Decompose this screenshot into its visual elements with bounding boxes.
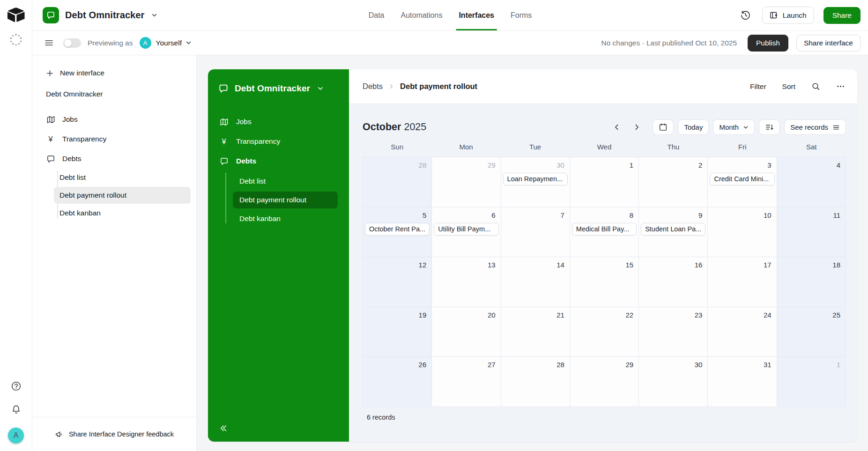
calendar-grid: 282930Loan Repaymen...123Credit Card Min…: [363, 157, 846, 407]
app-title[interactable]: Debt Omnitracker: [65, 10, 144, 21]
today-button[interactable]: Today: [678, 119, 709, 135]
sidebar-item-jobs[interactable]: Jobs: [32, 110, 196, 129]
tab-data[interactable]: Data: [369, 0, 385, 30]
calendar-cell[interactable]: 29: [570, 357, 639, 407]
calendar-cell[interactable]: 19: [363, 307, 432, 357]
user-avatar[interactable]: A: [8, 428, 24, 444]
calendar-cell[interactable]: 21: [501, 307, 570, 357]
panel-item-transparency[interactable]: ¥Transparency: [208, 132, 349, 151]
event-record-chip[interactable]: Medical Bill Pay...: [572, 223, 637, 236]
share-button[interactable]: Share: [823, 7, 861, 24]
calendar-cell[interactable]: 27: [432, 357, 501, 407]
calendar-cell[interactable]: 29: [432, 157, 501, 207]
sort-button[interactable]: Sort: [782, 82, 795, 91]
records-count: 6 records: [363, 407, 846, 421]
event-record-chip[interactable]: Utility Bill Paym...: [434, 223, 498, 236]
calendar-cell[interactable]: 31: [708, 357, 777, 407]
calendar-cell[interactable]: 5October Rent Pa...: [363, 207, 432, 258]
calendar-cell[interactable]: 10: [708, 207, 777, 258]
share-interface-button[interactable]: Share interface: [796, 35, 861, 52]
calendar-cell[interactable]: 7: [501, 207, 570, 258]
calendar-cell[interactable]: 26: [363, 357, 432, 407]
calendar-cell[interactable]: 12: [363, 257, 432, 307]
date-number: 21: [501, 310, 570, 319]
calendar-cell[interactable]: 18: [777, 257, 846, 307]
calendar-cell[interactable]: 11: [777, 207, 846, 258]
calendar-cell[interactable]: 28: [501, 357, 570, 407]
more-options-icon[interactable]: [836, 82, 845, 91]
panel-item-debts[interactable]: Debts: [208, 151, 349, 171]
panel-item-jobs[interactable]: Jobs: [208, 112, 349, 132]
panel-subitem-debt-payment-rollout[interactable]: Debt payment rollout: [233, 192, 338, 208]
search-icon[interactable]: [811, 82, 820, 91]
calendar-cell[interactable]: 17: [708, 257, 777, 307]
sidebar-subitem-debt-payment-rollout[interactable]: Debt payment rollout: [54, 187, 191, 204]
sidebar-item-label: Debts: [62, 155, 82, 163]
publish-status-text: No changes · Last published Oct 10, 2025: [601, 39, 737, 47]
sidebar-item-transparency[interactable]: ¥Transparency: [32, 129, 196, 149]
panel-header[interactable]: Debt Omnitracker: [208, 83, 349, 94]
event-record-chip[interactable]: Credit Card Mini...: [710, 173, 774, 185]
publish-button[interactable]: Publish: [748, 35, 788, 52]
next-month-icon[interactable]: [633, 123, 641, 131]
event-record-chip[interactable]: October Rent Pa...: [365, 223, 430, 236]
list-icon: [832, 124, 840, 131]
event-record-chip[interactable]: Student Loan Pa...: [641, 223, 705, 236]
history-icon[interactable]: [738, 8, 753, 22]
sidebar-subitem-debt-kanban[interactable]: Debt kanban: [54, 205, 191, 222]
calendar-cell[interactable]: 28: [363, 157, 432, 207]
preview-avatar[interactable]: A: [140, 37, 151, 49]
calendar-cell[interactable]: 25: [777, 307, 846, 357]
calendar-cell[interactable]: 30: [639, 357, 708, 407]
view-scale-dropdown[interactable]: Month: [713, 119, 755, 135]
calendar-cell[interactable]: 30Loan Repaymen...: [501, 157, 570, 207]
see-records-button[interactable]: See records: [784, 119, 846, 135]
notifications-bell-icon[interactable]: [11, 404, 22, 415]
sidebar-subitem-debt-list[interactable]: Debt list: [54, 169, 191, 186]
calendar-settings-button[interactable]: [653, 119, 674, 135]
collapse-panel-icon[interactable]: [218, 423, 228, 433]
launch-icon: [770, 11, 779, 20]
date-number: 3: [708, 160, 776, 169]
preview-toggle[interactable]: [63, 38, 81, 48]
calendar-cell[interactable]: 22: [570, 307, 639, 357]
calendar-cell[interactable]: 23: [639, 307, 708, 357]
calendar-cell[interactable]: 8Medical Bill Pay...: [570, 207, 639, 258]
panel-subitem-debt-kanban[interactable]: Debt kanban: [233, 210, 338, 227]
calendar-cell[interactable]: 1: [570, 157, 639, 207]
new-interface-button[interactable]: New interface: [32, 69, 196, 77]
calendar-cell[interactable]: 13: [432, 257, 501, 307]
menu-icon[interactable]: [44, 38, 54, 48]
help-icon[interactable]: [11, 381, 22, 392]
calendar-cell[interactable]: 2: [639, 157, 708, 207]
calendar-cell[interactable]: 14: [501, 257, 570, 307]
tab-forms[interactable]: Forms: [511, 0, 532, 30]
launch-button[interactable]: Launch: [762, 7, 814, 24]
interface-group-title[interactable]: Debt Omnitracker: [32, 90, 196, 98]
row-order-button[interactable]: [759, 119, 780, 135]
calendar-cell[interactable]: 6Utility Bill Paym...: [432, 207, 501, 258]
calendar-cell[interactable]: 4: [777, 157, 846, 207]
tab-automations[interactable]: Automations: [401, 0, 442, 30]
chevron-down-icon[interactable]: [185, 40, 192, 46]
calendar-cell[interactable]: 24: [708, 307, 777, 357]
calendar-cell[interactable]: 1: [777, 357, 846, 407]
calendar-cell[interactable]: 20: [432, 307, 501, 357]
sidebar-item-debts[interactable]: Debts: [32, 149, 196, 169]
calendar-cell[interactable]: 9Student Loan Pa...: [639, 207, 708, 258]
feedback-link[interactable]: Share Interface Designer feedback: [32, 417, 196, 451]
airtable-logo-icon[interactable]: [7, 7, 25, 22]
calendar-cell[interactable]: 15: [570, 257, 639, 307]
preview-user-label[interactable]: Yourself: [156, 39, 182, 47]
filter-button[interactable]: Filter: [750, 82, 766, 91]
chevron-down-icon[interactable]: [151, 12, 157, 18]
tab-interfaces[interactable]: Interfaces: [459, 0, 494, 30]
panel-subitem-debt-list[interactable]: Debt list: [233, 173, 338, 190]
calendar-cell[interactable]: 16: [639, 257, 708, 307]
date-number: 13: [432, 260, 500, 269]
event-record-chip[interactable]: Loan Repaymen...: [503, 173, 568, 185]
app-icon[interactable]: [43, 7, 59, 23]
previous-month-icon[interactable]: [613, 123, 621, 131]
breadcrumb-parent[interactable]: Debts: [363, 82, 383, 91]
calendar-cell[interactable]: 3Credit Card Mini...: [708, 157, 777, 207]
